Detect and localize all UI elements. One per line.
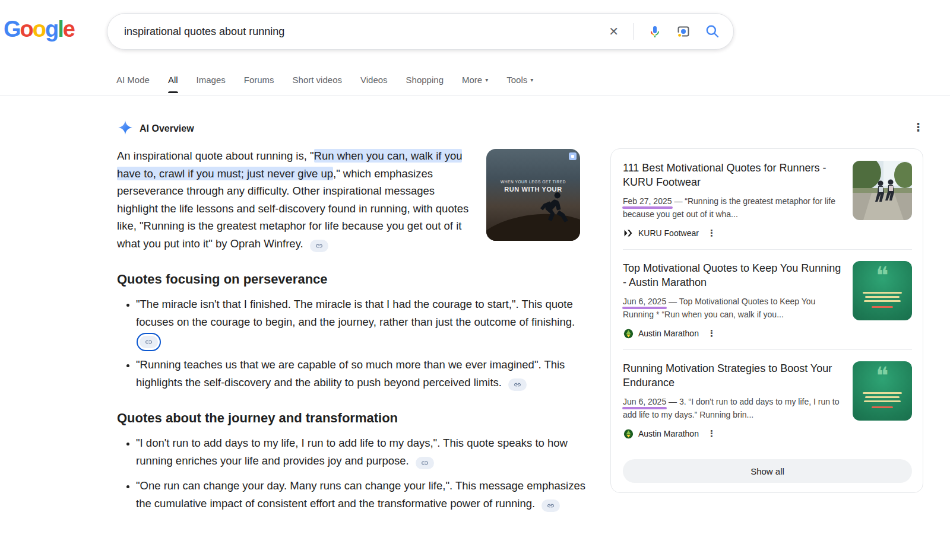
ai-overview-header: AI Overview <box>118 120 194 138</box>
result-filter-tabs: AI Mode All Images Forums Short videos V… <box>116 70 533 93</box>
card-menu-icon[interactable]: ⋮ <box>707 328 716 339</box>
snippet-date: Feb 27, 2025 <box>623 196 672 206</box>
quote-icon: ❝ <box>853 364 912 387</box>
tab-shopping[interactable]: Shopping <box>406 70 444 93</box>
source-name: Austin Marathon <box>638 329 699 338</box>
quote-text-lines <box>863 392 902 408</box>
hero-image-runner[interactable]: WHEN YOUR LEGS GET TIRED RUN WITH YOUR <box>486 149 580 241</box>
card-thumbnail-quote-graphic[interactable]: ❝ <box>853 261 912 320</box>
tab-label: Tools <box>506 75 527 85</box>
search-divider <box>633 23 634 40</box>
tab-label: Forums <box>244 75 274 85</box>
source-card: 111 Best Motivational Quotes for Runners… <box>623 161 912 249</box>
kuru-favicon-icon <box>623 228 634 238</box>
tab-more[interactable]: More▾ <box>462 70 488 93</box>
list-item: "One run can change your day. Many runs … <box>136 477 586 513</box>
snippet-date: Jun 6, 2025 <box>623 297 666 306</box>
sources-panel: 111 Best Motivational Quotes for Runners… <box>610 148 923 493</box>
tab-short-videos[interactable]: Short videos <box>293 70 342 93</box>
logo-letter: o <box>33 17 45 42</box>
ai-overview-body: An inspirational quote about running is,… <box>117 147 586 520</box>
source-card-snippet: Jun 6, 2025 — 3. “I don't run to add day… <box>623 395 843 421</box>
tab-forums[interactable]: Forums <box>244 70 274 93</box>
tab-tools[interactable]: Tools▾ <box>506 70 533 93</box>
logo-letter: e <box>63 17 74 42</box>
source-card-title[interactable]: Top Motivational Quotes to Keep You Runn… <box>623 262 843 289</box>
card-thumbnail-runners-photo[interactable] <box>853 161 912 220</box>
voice-search-icon[interactable] <box>648 24 662 39</box>
logo-letter: l <box>58 17 63 42</box>
source-card-snippet: Jun 6, 2025 — Top Motivational Quotes to… <box>623 295 843 321</box>
source-link-chip[interactable] <box>310 240 328 252</box>
bullet-text: "The miracle isn't that I finished. The … <box>136 298 575 328</box>
ai-overview-title: AI Overview <box>140 123 194 134</box>
card-menu-icon[interactable]: ⋮ <box>707 228 716 238</box>
chevron-down-icon: ▾ <box>485 77 488 83</box>
tab-all[interactable]: All <box>168 70 178 93</box>
section-heading-perseverance: Quotes focusing on perseverance <box>117 272 586 287</box>
search-input[interactable]: inspirational quotes about running <box>124 26 609 38</box>
show-all-button[interactable]: Show all <box>623 459 912 483</box>
hero-caption: WHEN YOUR LEGS GET TIRED RUN WITH YOUR <box>486 180 580 193</box>
hero-caption-big: RUN WITH YOUR <box>486 186 580 193</box>
quote-icon: ❝ <box>853 263 912 287</box>
card-thumbnail-quote-graphic[interactable]: ❝ <box>853 361 912 421</box>
chevron-down-icon: ▾ <box>530 77 533 83</box>
tab-label: More <box>462 75 482 85</box>
google-search-results-page: Google inspirational quotes about runnin… <box>0 0 950 560</box>
bullet-list-journey: "I don't run to add days to my life, I r… <box>117 434 586 513</box>
tab-label: Shopping <box>406 75 444 85</box>
snippet-date: Jun 6, 2025 <box>623 397 666 406</box>
runner-silhouette <box>533 190 575 235</box>
source-link-chip[interactable] <box>416 457 434 469</box>
source-card: Running Motivation Strategies to Boost Y… <box>623 349 912 450</box>
list-item: "I don't run to add days to my life, I r… <box>136 434 586 470</box>
tab-label: Short videos <box>293 75 342 85</box>
source-name: KURU Footwear <box>638 228 699 238</box>
source-link-chip-focused[interactable] <box>140 336 158 348</box>
tab-videos[interactable]: Videos <box>360 70 388 93</box>
logo-letter: G <box>4 17 20 42</box>
source-card-title[interactable]: Running Motivation Strategies to Boost Y… <box>623 362 843 390</box>
image-source-badge <box>569 152 577 160</box>
tab-images[interactable]: Images <box>197 70 226 93</box>
list-item: "Running teaches us that we are capable … <box>136 356 586 392</box>
source-link-chip[interactable] <box>508 378 527 391</box>
tab-label: Images <box>197 75 226 85</box>
ai-overview-menu-icon[interactable]: ⋮ <box>913 120 924 134</box>
logo-letter: g <box>45 17 58 42</box>
bullet-text: "One run can change your day. Many runs … <box>136 479 585 510</box>
source-card: Top Motivational Quotes to Keep You Runn… <box>623 249 912 349</box>
tab-label: All <box>168 75 178 85</box>
section-heading-journey: Quotes about the journey and transformat… <box>117 411 586 426</box>
google-logo[interactable]: Google <box>4 17 74 42</box>
card-menu-icon[interactable]: ⋮ <box>707 428 716 439</box>
tab-label: AI Mode <box>116 75 150 85</box>
bullet-list-perseverance: "The miracle isn't that I finished. The … <box>117 295 586 392</box>
bullet-text: "Running teaches us that we are capable … <box>136 358 565 389</box>
source-attribution[interactable]: Austin Marathon ⋮ <box>623 428 843 439</box>
ai-overview-intro: An inspirational quote about running is,… <box>117 147 476 253</box>
source-attribution[interactable]: Austin Marathon ⋮ <box>623 328 843 339</box>
source-card-title[interactable]: 111 Best Motivational Quotes for Runners… <box>623 161 843 189</box>
logo-letter: o <box>20 17 33 42</box>
hero-caption-small: WHEN YOUR LEGS GET TIRED <box>486 180 580 184</box>
quote-text-lines <box>863 292 902 308</box>
austin-marathon-favicon-icon <box>623 328 634 339</box>
google-lens-icon[interactable] <box>676 24 691 39</box>
header-divider <box>0 95 950 96</box>
source-link-chip[interactable] <box>542 499 560 512</box>
search-bar[interactable]: inspirational quotes about running ✕ <box>107 13 734 50</box>
tab-label: Videos <box>360 75 388 85</box>
source-card-snippet: Feb 27, 2025 — “Running is the greatest … <box>623 195 843 221</box>
source-name: Austin Marathon <box>638 429 699 438</box>
intro-text: An inspirational quote about running is,… <box>117 149 314 162</box>
list-item: "The miracle isn't that I finished. The … <box>136 295 586 349</box>
austin-marathon-favicon-icon <box>623 428 634 439</box>
tab-ai-mode[interactable]: AI Mode <box>116 70 150 93</box>
clear-search-icon[interactable]: ✕ <box>609 26 619 37</box>
gemini-sparkle-icon <box>118 120 133 138</box>
bullet-text: "I don't run to add days to my life, I r… <box>136 437 568 467</box>
search-submit-icon[interactable] <box>705 24 720 39</box>
source-attribution[interactable]: KURU Footwear ⋮ <box>623 228 843 238</box>
